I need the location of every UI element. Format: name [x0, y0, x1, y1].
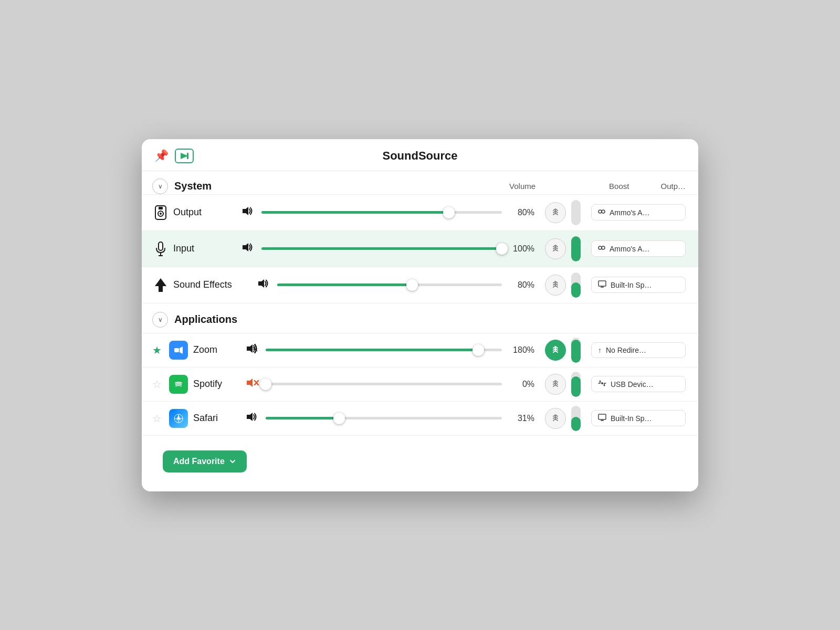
- input-boost-btn[interactable]: [545, 238, 566, 259]
- sound-effects-volume-icon: [257, 279, 272, 291]
- title-bar: 📌 SoundSource: [142, 139, 698, 171]
- input-device-icon: [598, 244, 605, 253]
- svg-point-13: [598, 246, 602, 249]
- safari-device-btn[interactable]: Built-In Sp…: [591, 410, 686, 426]
- svg-rect-39: [598, 414, 606, 419]
- svg-marker-23: [247, 344, 253, 353]
- output-boost-btn[interactable]: [545, 202, 566, 223]
- zoom-boost-slider: [571, 338, 581, 363]
- system-collapse-btn[interactable]: ∨: [152, 178, 168, 194]
- spotify-boost-slider: [571, 372, 581, 397]
- spotify-volume-section: 0%: [246, 378, 534, 390]
- spotify-device-label: USB Devic…: [611, 380, 654, 388]
- spotify-volume-icon: [246, 378, 260, 390]
- zoom-volume-section: 180%: [246, 344, 534, 356]
- safari-boost-slider: [571, 406, 581, 431]
- zoom-slider[interactable]: [266, 345, 502, 355]
- zoom-device-btn[interactable]: ↑ No Redire…: [591, 342, 686, 358]
- output-boost-slider: [571, 200, 581, 225]
- output-device-icon: [598, 208, 605, 217]
- output-slider[interactable]: [261, 207, 502, 218]
- svg-marker-12: [243, 243, 248, 251]
- output-device-btn[interactable]: Ammo's A…: [591, 204, 686, 220]
- sound-effects-boost-slider: [571, 272, 581, 298]
- spotify-star-icon[interactable]: ☆: [152, 378, 165, 391]
- svg-point-30: [601, 382, 603, 384]
- spotify-boost-btn[interactable]: [545, 374, 566, 395]
- svg-point-31: [600, 381, 601, 382]
- safari-app-icon: [169, 409, 188, 428]
- spotify-device-icon: [598, 380, 606, 388]
- svg-marker-16: [258, 279, 264, 288]
- applications-section-title: Applications: [174, 313, 237, 326]
- svg-rect-21: [174, 348, 179, 352]
- safari-row: ☆ Safari: [142, 401, 698, 435]
- main-window: 📌 SoundSource ∨ System Volume Boost Outp…: [142, 139, 698, 491]
- svg-marker-6: [243, 207, 248, 215]
- output-label: Output: [173, 207, 242, 218]
- svg-point-5: [160, 213, 162, 215]
- add-favorite-chevron-icon: [229, 458, 236, 465]
- spotify-app-icon: [169, 375, 188, 394]
- output-volume-section: 80%: [242, 206, 534, 218]
- sound-effects-boost-btn[interactable]: [545, 275, 566, 296]
- sound-effects-device-icon: [598, 280, 606, 289]
- safari-volume-section: 31%: [246, 412, 534, 424]
- output-col-header: Outp…: [660, 182, 686, 191]
- sound-effects-icon: [152, 278, 169, 292]
- svg-marker-15: [155, 278, 166, 292]
- svg-rect-17: [598, 281, 606, 286]
- output-volume-pct: 80%: [507, 208, 534, 217]
- safari-boost-btn[interactable]: [545, 408, 566, 429]
- spotify-volume-pct: 0%: [507, 380, 534, 389]
- output-icon: [152, 205, 169, 220]
- spotify-boost-section: [545, 372, 581, 397]
- zoom-device-label: No Redire…: [606, 346, 646, 354]
- zoom-row: ★ Zoom: [142, 333, 698, 367]
- add-favorite-label: Add Favorite: [173, 457, 225, 466]
- boost-col-header: Boost: [609, 182, 629, 191]
- spotify-slider[interactable]: [266, 379, 502, 390]
- sound-effects-device-label: Built-In Sp…: [611, 281, 652, 289]
- svg-point-14: [602, 246, 605, 249]
- spotify-device-btn[interactable]: USB Devic…: [591, 376, 686, 392]
- zoom-label: Zoom: [193, 344, 246, 355]
- sound-effects-label: Sound Effects: [173, 279, 257, 290]
- input-slider[interactable]: [261, 244, 502, 254]
- pin-icon[interactable]: 📌: [154, 149, 169, 163]
- system-section-title: System: [174, 180, 212, 192]
- svg-point-8: [602, 210, 605, 213]
- chevron-down-icon: ∨: [158, 183, 163, 190]
- safari-star-icon[interactable]: ☆: [152, 412, 165, 425]
- svg-point-7: [598, 210, 602, 213]
- toolbar-icons: 📌: [154, 149, 194, 163]
- zoom-boost-section: [545, 338, 581, 363]
- spotify-label: Spotify: [193, 379, 246, 390]
- input-device-btn[interactable]: Ammo's A…: [591, 240, 686, 257]
- zoom-star-icon[interactable]: ★: [152, 344, 165, 356]
- zoom-device-icon: ↑: [598, 346, 602, 354]
- svg-marker-38: [247, 413, 253, 421]
- chevron-down-icon-apps: ∨: [158, 316, 163, 323]
- media-icon[interactable]: [175, 149, 194, 163]
- input-volume-icon: [242, 243, 256, 255]
- sound-effects-device-btn[interactable]: Built-In Sp…: [591, 277, 686, 293]
- sound-effects-slider[interactable]: [277, 280, 502, 290]
- input-boost-slider: [571, 236, 581, 261]
- input-row: Input 100%: [142, 230, 698, 267]
- safari-slider[interactable]: [266, 413, 502, 424]
- svg-marker-0: [181, 153, 188, 159]
- sound-effects-boost-section: [545, 272, 581, 298]
- input-volume-pct: 100%: [507, 244, 534, 254]
- output-volume-icon: [242, 206, 256, 218]
- sound-effects-row: Sound Effects 80%: [142, 267, 698, 303]
- sound-effects-volume-pct: 80%: [507, 280, 534, 290]
- output-row: Output 80%: [142, 194, 698, 230]
- add-favorite-button[interactable]: Add Favorite: [163, 450, 247, 472]
- applications-collapse-btn[interactable]: ∨: [152, 312, 168, 328]
- safari-device-label: Built-In Sp…: [611, 414, 652, 423]
- zoom-boost-btn[interactable]: [545, 340, 566, 361]
- safari-device-icon: [598, 414, 606, 423]
- svg-rect-4: [159, 207, 163, 209]
- safari-label: Safari: [193, 413, 246, 424]
